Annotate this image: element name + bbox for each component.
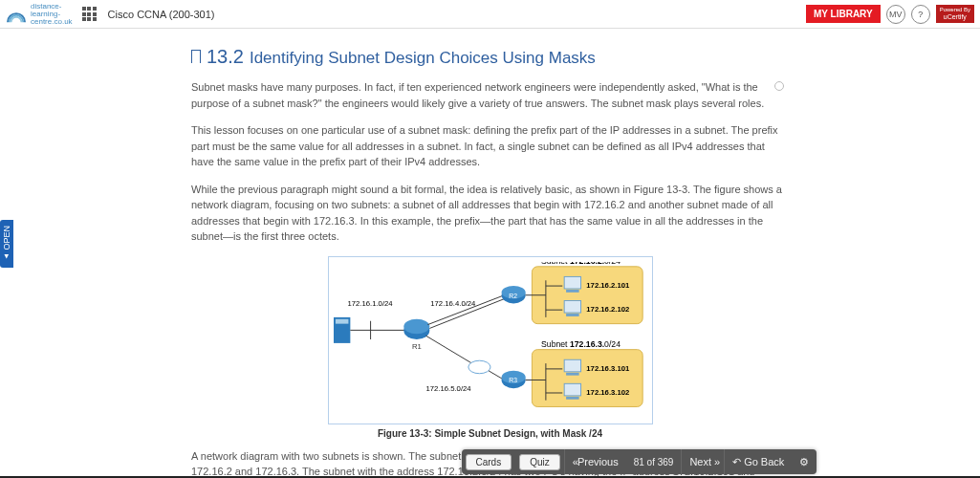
my-library-button[interactable]: MY LIBRARY bbox=[806, 5, 881, 23]
lesson-content: 13.2 Identifying Subnet Design Choices U… bbox=[0, 29, 980, 476]
gear-icon: ⚙ bbox=[799, 456, 809, 467]
page-navigation: Cards Quiz « Previous 81 of 369 Next » ↶… bbox=[462, 449, 817, 474]
page-of: of bbox=[647, 457, 655, 467]
next-button[interactable]: Next » bbox=[681, 449, 724, 474]
svg-rect-28 bbox=[566, 289, 579, 292]
vendor-badge[interactable]: Powered By uCertify bbox=[936, 5, 974, 22]
svg-rect-29 bbox=[564, 300, 580, 313]
router-label-r2: R2 bbox=[509, 292, 517, 298]
subnet-b-suffix: 0/24 bbox=[604, 338, 621, 348]
svg-rect-30 bbox=[566, 314, 579, 316]
svg-rect-1 bbox=[532, 349, 642, 406]
header-right: MY LIBRARY MV ? Powered By uCertify bbox=[806, 5, 974, 24]
quiz-button[interactable]: Quiz bbox=[519, 454, 560, 470]
subnet-a-prefix: Subnet bbox=[541, 262, 570, 266]
router-label-r1: R1 bbox=[412, 341, 422, 350]
chevron-double-right-icon: » bbox=[714, 456, 716, 467]
svg-rect-3 bbox=[335, 318, 348, 323]
powered-by-label: Powered By bbox=[940, 7, 970, 13]
previous-button[interactable]: « Previous bbox=[564, 449, 626, 474]
figure-caption: Figure 13-3: Simple Subnet Design, with … bbox=[191, 428, 789, 439]
return-arrow-icon: ↶ bbox=[732, 456, 741, 468]
subnet-b-bold: 172.16.3. bbox=[569, 338, 603, 348]
svg-line-11 bbox=[425, 336, 471, 363]
pc-b2-label: 172.16.3.102 bbox=[586, 387, 629, 396]
course-title: Cisco CCNA (200-301) bbox=[108, 9, 215, 20]
previous-label: Previous bbox=[577, 456, 619, 467]
section-title: Identifying Subnet Design Choices Using … bbox=[250, 49, 596, 68]
label-link-r1r3: 172.16.5.0/24 bbox=[425, 384, 471, 393]
svg-rect-32 bbox=[564, 359, 580, 372]
go-back-button[interactable]: ↶ Go Back bbox=[724, 449, 792, 474]
label-link-r1r2: 172.16.4.0/24 bbox=[430, 299, 476, 308]
svg-rect-35 bbox=[566, 396, 579, 399]
pc-b1-label: 172.16.3.101 bbox=[586, 363, 630, 372]
svg-rect-34 bbox=[564, 383, 580, 396]
svg-rect-0 bbox=[532, 266, 642, 323]
pc-a2-label: 172.16.2.102 bbox=[586, 305, 629, 314]
network-diagram-svg: 172.16.1.0/24 R1 172.16.4.0/24 172.16.5.… bbox=[334, 262, 647, 419]
brand-text-line: centre.co.uk bbox=[31, 18, 73, 26]
paragraph: This lesson focuses on one particular us… bbox=[191, 122, 789, 170]
network-diagram-figure: 172.16.1.0/24 R1 172.16.4.0/24 172.16.5.… bbox=[328, 256, 653, 424]
subnet-a-suffix: 0/24 bbox=[604, 262, 621, 266]
section-heading: 13.2 Identifying Subnet Design Choices U… bbox=[191, 46, 789, 68]
brand-text: distance- learning- centre.co.uk bbox=[31, 3, 73, 26]
svg-point-12 bbox=[468, 360, 490, 374]
paragraph: Subnet masks have many purposes. In fact… bbox=[191, 79, 789, 111]
rainbow-icon bbox=[6, 5, 27, 24]
user-avatar[interactable]: MV bbox=[886, 5, 905, 24]
next-label: Next bbox=[689, 456, 711, 467]
page-current: 81 bbox=[634, 457, 644, 467]
vendor-name: uCertify bbox=[944, 13, 967, 20]
section-progress-indicator[interactable] bbox=[774, 81, 784, 91]
chevron-double-left-icon: « bbox=[573, 456, 575, 467]
svg-text:Subnet 172.16.3.0/24: Subnet 172.16.3.0/24 bbox=[541, 338, 621, 348]
label-server-net: 172.16.1.0/24 bbox=[347, 299, 393, 308]
svg-rect-27 bbox=[564, 276, 580, 289]
brand-logo[interactable]: distance- learning- centre.co.uk bbox=[6, 3, 73, 26]
pc-a1-label: 172.16.2.101 bbox=[586, 281, 630, 290]
apps-grid-icon[interactable] bbox=[82, 7, 97, 21]
bookmark-icon[interactable] bbox=[191, 50, 201, 63]
paragraph: While the previous paragraph might sound… bbox=[191, 182, 789, 245]
svg-text:Subnet 172.16.2.0/24: Subnet 172.16.2.0/24 bbox=[541, 262, 621, 266]
svg-rect-33 bbox=[566, 372, 579, 375]
page-indicator: 81 of 369 bbox=[626, 457, 682, 467]
subnet-a-bold: 172.16.2. bbox=[569, 262, 603, 266]
router-label-r3: R3 bbox=[509, 377, 517, 383]
svg-point-8 bbox=[403, 318, 429, 333]
section-number: 13.2 bbox=[207, 46, 244, 68]
settings-button[interactable]: ⚙ bbox=[792, 456, 817, 468]
go-back-label: Go Back bbox=[744, 456, 784, 467]
subnet-b-prefix: Subnet bbox=[541, 338, 570, 348]
cards-button[interactable]: Cards bbox=[466, 454, 512, 470]
app-header: distance- learning- centre.co.uk Cisco C… bbox=[0, 0, 980, 29]
page-total: 369 bbox=[658, 457, 674, 467]
help-button[interactable]: ? bbox=[911, 5, 930, 24]
